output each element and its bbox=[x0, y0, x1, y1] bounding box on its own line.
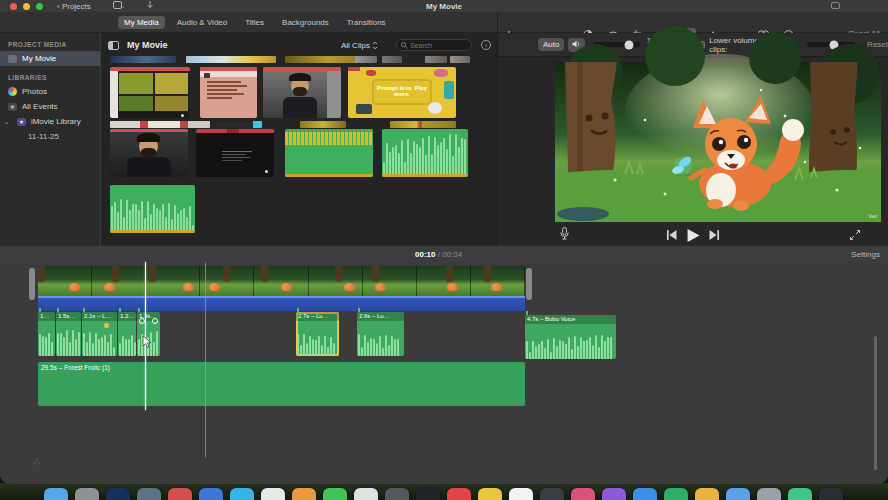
filmstrip-frame[interactable] bbox=[309, 266, 363, 296]
sidebar-item-my-movie[interactable]: My Movie bbox=[0, 51, 100, 66]
sfx-clip-5[interactable]: 1.3s… bbox=[137, 312, 160, 356]
dock-app-icon[interactable] bbox=[695, 488, 719, 500]
filmstrip-clip-gray-4[interactable] bbox=[450, 56, 470, 63]
volume-slider-knob[interactable] bbox=[625, 40, 634, 49]
dock-app-icon[interactable] bbox=[602, 488, 626, 500]
thumbnail-yellow-promo[interactable]: Prompt less. Play more. bbox=[348, 67, 456, 118]
dock-app-icon[interactable] bbox=[571, 488, 595, 500]
dock-app-icon[interactable] bbox=[509, 488, 533, 500]
dock-app-icon[interactable] bbox=[540, 488, 564, 500]
dock-app-icon[interactable] bbox=[447, 488, 471, 500]
dock-app-icon[interactable] bbox=[788, 488, 812, 500]
dock-app-icon[interactable] bbox=[292, 488, 316, 500]
filmstrip-clip-olive-3[interactable] bbox=[390, 121, 456, 128]
timeline-filmstrip[interactable] bbox=[38, 266, 525, 296]
sidebar-toggle-icon[interactable] bbox=[108, 41, 119, 50]
sidebar-item-photos[interactable]: Photos bbox=[0, 84, 100, 99]
filmstrip-frame[interactable] bbox=[254, 266, 308, 296]
dock-app-icon[interactable] bbox=[819, 488, 843, 500]
clips-filter-dropdown[interactable]: All Clips bbox=[341, 41, 378, 50]
dock-app-icon[interactable] bbox=[137, 488, 161, 500]
import-media-icon[interactable] bbox=[113, 1, 124, 11]
tab-backgrounds[interactable]: Backgrounds bbox=[276, 16, 335, 29]
filmstrip-frame[interactable] bbox=[200, 266, 254, 296]
dock-app-icon[interactable] bbox=[106, 488, 130, 500]
clip-trim-handle-left[interactable] bbox=[29, 268, 35, 300]
filmstrip-clip-blue[interactable] bbox=[110, 56, 176, 63]
chevron-down-icon[interactable]: ⌄ bbox=[4, 118, 10, 126]
autoplay-circle-icon[interactable]: › bbox=[481, 40, 491, 50]
dock-app-icon[interactable] bbox=[75, 488, 99, 500]
filmstrip-frame[interactable] bbox=[471, 266, 525, 296]
dock-app-icon[interactable] bbox=[230, 488, 254, 500]
play-button-icon[interactable] bbox=[687, 229, 700, 242]
download-arrow-icon[interactable] bbox=[146, 1, 154, 12]
music-clip-forest-frolic[interactable]: 29.5s – Forest Frolic (1) bbox=[38, 362, 525, 406]
sidebar-item-all-events[interactable]: ★ All Events bbox=[0, 99, 100, 114]
next-frame-icon[interactable] bbox=[710, 230, 720, 240]
video-audio-bar[interactable] bbox=[38, 296, 525, 311]
dock-app-icon[interactable] bbox=[44, 488, 68, 500]
filmstrip-clip-gray-2[interactable] bbox=[382, 56, 402, 63]
dock-app-icon[interactable] bbox=[726, 488, 750, 500]
display-icon[interactable] bbox=[831, 2, 840, 9]
filmstrip-clip-gradient[interactable] bbox=[186, 56, 276, 63]
filmstrip-clip-gray-3[interactable] bbox=[425, 56, 447, 63]
thumbnail-notes-page[interactable] bbox=[200, 67, 257, 118]
settings-button[interactable]: Settings bbox=[851, 250, 880, 259]
tab-titles[interactable]: Titles bbox=[239, 16, 270, 29]
sfx-clip-3[interactable]: 2.1s – L… bbox=[82, 312, 117, 356]
sfx-clip-2[interactable]: 1.5s… bbox=[56, 312, 81, 356]
filmstrip-clip-olive-2[interactable] bbox=[300, 121, 346, 128]
sfx-clip-1[interactable]: 1… bbox=[38, 312, 55, 356]
filmstrip-clip-gray-1[interactable] bbox=[355, 56, 377, 63]
clip-trim-handle-right[interactable] bbox=[526, 268, 532, 300]
tab-audio-video[interactable]: Audio & Video bbox=[171, 16, 234, 29]
preview-viewer[interactable]: Veo bbox=[555, 62, 881, 222]
voice-clip-bobo[interactable]: 4.7s – Bobo Voice bbox=[525, 315, 616, 359]
filmstrip-frame[interactable] bbox=[363, 266, 417, 296]
filmstrip-frame[interactable] bbox=[38, 266, 92, 296]
fade-handle-icon[interactable] bbox=[152, 318, 158, 324]
tab-my-media[interactable]: My Media bbox=[118, 16, 165, 29]
tab-transitions[interactable]: Transitions bbox=[341, 16, 392, 29]
dock-app-icon[interactable] bbox=[633, 488, 657, 500]
filmstrip-clip-light[interactable] bbox=[110, 121, 210, 128]
thumbnail-presenter-portrait[interactable] bbox=[110, 129, 188, 177]
sidebar-item-imovie-library[interactable]: ⌄ ★ iMovie Library bbox=[0, 114, 100, 129]
sfx-clip-4[interactable]: 1.2… bbox=[118, 312, 136, 356]
thumbnail-audio-waveform-2[interactable] bbox=[110, 185, 195, 233]
minimize-window-button[interactable] bbox=[23, 3, 30, 10]
dock-app-icon[interactable] bbox=[664, 488, 688, 500]
dock-app-icon[interactable] bbox=[199, 488, 223, 500]
dock-app-icon[interactable] bbox=[757, 488, 781, 500]
dock-app-icon[interactable] bbox=[478, 488, 502, 500]
thumbnail-audio-clipped[interactable] bbox=[285, 129, 373, 177]
sidebar-item-event-11-11-25[interactable]: 11-11-25 bbox=[0, 129, 100, 143]
timeline-scrollbar[interactable] bbox=[874, 336, 877, 470]
voiceover-mic-icon[interactable] bbox=[560, 226, 569, 244]
search-field[interactable] bbox=[396, 39, 472, 51]
back-to-projects-button[interactable]: ‹ Projects bbox=[57, 2, 91, 11]
thumbnail-audio-waveform[interactable] bbox=[382, 129, 468, 177]
filmstrip-frame[interactable] bbox=[146, 266, 200, 296]
fullscreen-icon[interactable] bbox=[850, 226, 860, 244]
filmstrip-frame[interactable] bbox=[417, 266, 471, 296]
thumbnail-dark-screen-recording[interactable] bbox=[196, 129, 274, 177]
thumbnail-fox-collage[interactable] bbox=[110, 67, 190, 118]
reset-button[interactable]: Reset bbox=[867, 40, 888, 49]
zoom-window-button[interactable] bbox=[36, 3, 43, 10]
thumbnail-presenter-webcam[interactable] bbox=[263, 67, 341, 118]
search-input[interactable] bbox=[410, 42, 466, 49]
filmstrip-frame[interactable] bbox=[92, 266, 146, 296]
close-window-button[interactable] bbox=[10, 3, 17, 10]
sfx-clip-7[interactable]: 2.6s – Lu… bbox=[357, 312, 404, 356]
dock-app-icon[interactable] bbox=[385, 488, 409, 500]
dock-app-icon[interactable] bbox=[416, 488, 440, 500]
dock-app-icon[interactable] bbox=[323, 488, 347, 500]
dock-app-icon[interactable] bbox=[261, 488, 285, 500]
previous-frame-icon[interactable] bbox=[667, 230, 677, 240]
clip-marker-icon[interactable] bbox=[104, 323, 109, 328]
dock-app-icon[interactable] bbox=[354, 488, 378, 500]
filmstrip-clip-dark-cyan[interactable] bbox=[216, 121, 262, 128]
